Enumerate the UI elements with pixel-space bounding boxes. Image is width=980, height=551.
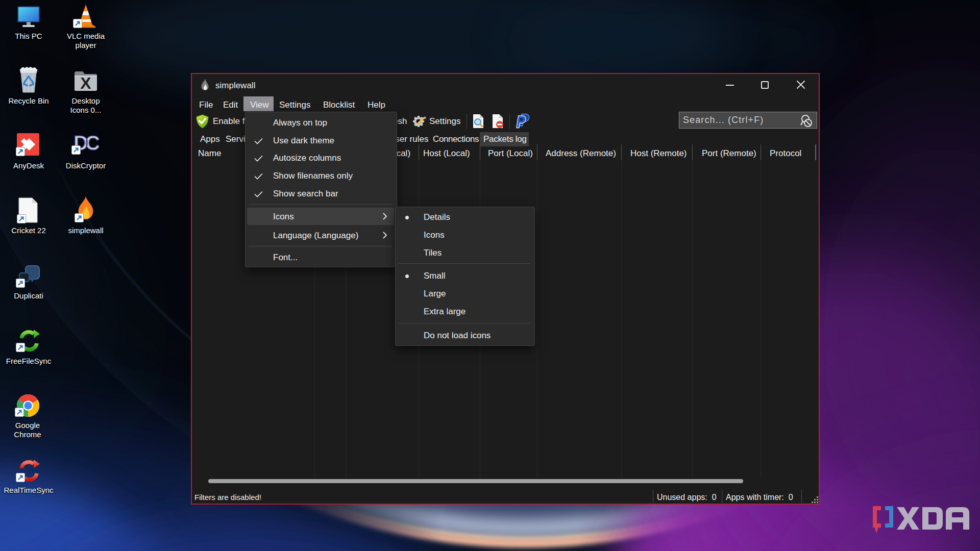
svg-text:X: X: [80, 74, 91, 92]
